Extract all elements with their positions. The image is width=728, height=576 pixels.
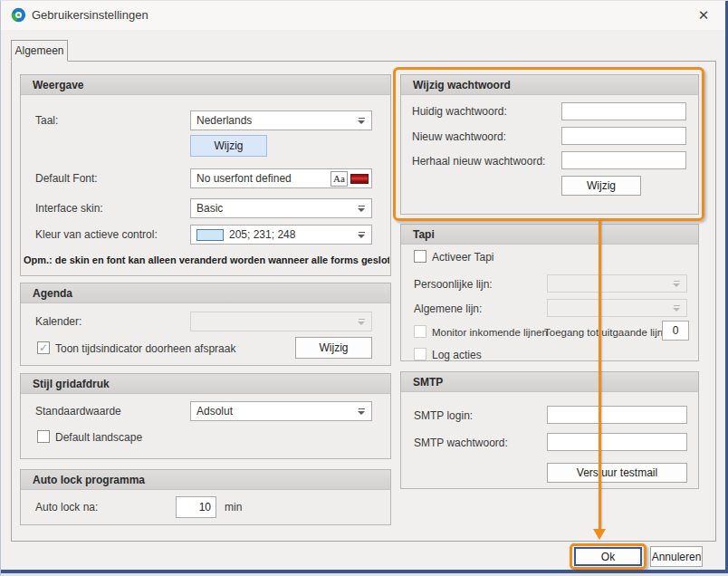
section-title: Wijzig wachtwoord: [413, 79, 511, 91]
chevron-down-icon: [673, 304, 681, 312]
verstuur-testmail-button[interactable]: Verstuur testmail: [547, 463, 687, 483]
smtp-wachtwoord-input[interactable]: [547, 433, 687, 451]
skin-font-note: Opm.: de skin en font kan alleen verande…: [24, 254, 389, 265]
section-title: SMTP: [413, 376, 443, 389]
section-title: Auto lock programma: [33, 474, 145, 486]
standaardwaarde-value: Adsolut: [196, 405, 233, 418]
taal-wijzig-button[interactable]: Wijzig: [190, 135, 267, 157]
standaardwaarde-label: Standaardwaarde: [35, 404, 121, 418]
algemene-lijn-label: Algemene lijn:: [414, 302, 482, 316]
smtp-section: SMTP SMTP login: SMTP wachtwoord: Verstu…: [400, 371, 699, 489]
button-label: Wijzig: [215, 139, 244, 152]
agenda-header: Agenda: [21, 283, 390, 303]
persoonlijke-lijn-dropdown: [547, 274, 687, 293]
standaardwaarde-dropdown[interactable]: Adsolut: [190, 401, 372, 421]
activeer-tapi-label: Activeer Tapi: [432, 250, 493, 264]
button-label: Ok: [601, 551, 615, 563]
gebruikersinstellingen-dialog: Gebruikersinstellingen ✕ Algemeen Weerga…: [0, 0, 728, 576]
persoonlijke-lijn-label: Persoonlijke lijn:: [414, 277, 493, 292]
font-picker-icon[interactable]: Aa: [330, 171, 348, 187]
button-label: Wijzig: [587, 179, 616, 192]
section-title: Stijl gridafdruk: [33, 378, 110, 390]
default-font-field[interactable]: No userfont defined Aa: [190, 168, 372, 188]
kalender-dropdown: [190, 312, 372, 331]
default-font-value: No userfont defined: [196, 172, 330, 185]
agenda-section: Agenda Kalender: Toon tijdsindicator doo…: [20, 283, 391, 366]
section-title: Tapi: [413, 228, 435, 241]
ok-button[interactable]: Ok: [574, 547, 642, 566]
active-control-color-swatch: [196, 229, 224, 241]
wachtwoord-header: Wijzig wachtwoord: [401, 75, 698, 95]
agenda-wijzig-button[interactable]: Wijzig: [295, 337, 372, 359]
chevron-down-icon: [358, 205, 366, 212]
interface-skin-label: Interface skin:: [35, 201, 103, 216]
app-logo-icon: [11, 7, 26, 23]
default-landscape-checkbox[interactable]: [37, 430, 50, 443]
kleur-dropdown[interactable]: 205; 231; 248: [190, 225, 372, 245]
button-label: Annuleren: [652, 551, 702, 563]
log-acties-checkbox[interactable]: [414, 348, 426, 360]
auto-lock-input[interactable]: [176, 496, 216, 518]
annuleren-button[interactable]: Annuleren: [650, 546, 703, 567]
weergave-header: Weergave: [21, 75, 390, 95]
button-label: Wijzig: [320, 341, 349, 354]
huidig-wachtwoord-input[interactable]: [561, 102, 686, 120]
log-acties-label: Log acties: [432, 348, 482, 362]
nieuw-wachtwoord-input[interactable]: [561, 127, 686, 145]
auto-lock-section: Auto lock programma Auto lock na: min: [20, 469, 391, 525]
monitor-lijnen-checkbox[interactable]: [414, 325, 426, 338]
smtp-header: SMTP: [401, 372, 698, 392]
algemene-lijn-dropdown: [547, 299, 687, 317]
kleur-label: Kleur van actieve control:: [35, 227, 158, 242]
taal-value: Nederlands: [196, 114, 252, 127]
title-bar: Gebruikersinstellingen ✕: [1, 1, 728, 30]
monitor-lijnen-label: Monitor inkomende lijnen: [432, 325, 548, 340]
tab-label: Algemeen: [14, 44, 63, 57]
chevron-down-icon: [358, 318, 366, 325]
huidig-wachtwoord-label: Huidig wachtwoord:: [412, 104, 507, 119]
section-title: Agenda: [33, 287, 72, 300]
herhaal-wachtwoord-input[interactable]: [561, 151, 686, 169]
close-icon[interactable]: ✕: [693, 5, 714, 25]
toegang-input[interactable]: [662, 321, 689, 341]
smtp-login-label: SMTP login:: [414, 408, 473, 423]
smtp-wachtwoord-label: SMTP wachtwoord:: [414, 436, 508, 450]
weergave-section: Weergave Taal: Nederlands Wijzig Default…: [20, 74, 391, 276]
wijzig-wachtwoord-section: Wijzig wachtwoord Huidig wachtwoord: Nie…: [400, 74, 699, 215]
toegang-label: Toegang tot uitgaande lijn: [544, 325, 663, 340]
smtp-login-input[interactable]: [547, 406, 687, 424]
taal-dropdown[interactable]: Nederlands: [190, 110, 372, 130]
interface-skin-dropdown[interactable]: Basic: [190, 198, 372, 218]
chevron-down-icon: [358, 408, 366, 415]
auto-lock-unit: min: [225, 500, 242, 514]
nieuw-wachtwoord-label: Nieuw wachtwoord:: [412, 130, 506, 144]
window-title: Gebruikersinstellingen: [32, 8, 148, 22]
chevron-down-icon: [358, 117, 366, 124]
font-color-icon[interactable]: [350, 174, 369, 184]
activeer-tapi-checkbox[interactable]: [414, 250, 426, 263]
kalender-label: Kalender:: [35, 314, 81, 329]
auto-lock-header: Auto lock programma: [21, 470, 390, 490]
taal-label: Taal:: [35, 113, 58, 128]
stijl-header: Stijl gridafdruk: [21, 374, 390, 394]
wachtwoord-wijzig-button[interactable]: Wijzig: [561, 176, 641, 196]
default-landscape-label: Default landscape: [55, 430, 142, 445]
tab-pane: Weergave Taal: Nederlands Wijzig Default…: [11, 61, 716, 542]
default-font-label: Default Font:: [35, 171, 98, 186]
chevron-down-icon: [358, 231, 366, 238]
stijl-gridafdruk-section: Stijl gridafdruk Standaardwaarde Adsolut…: [20, 373, 391, 459]
tapi-header: Tapi: [401, 225, 698, 245]
tab-algemeen[interactable]: Algemeen: [11, 40, 68, 62]
toon-tijdsindicator-checkbox[interactable]: [37, 341, 50, 354]
chevron-down-icon: [673, 280, 681, 287]
kleur-value: 205; 231; 248: [229, 228, 295, 241]
highlight-arrow-line: [599, 221, 601, 529]
highlight-arrow-head: [593, 529, 606, 540]
section-title: Weergave: [33, 79, 83, 91]
toon-tijdsindicator-label: Toon tijdsindicator doorheen afspraak: [55, 341, 235, 356]
herhaal-wachtwoord-label: Herhaal nieuw wachtwoord:: [412, 154, 545, 168]
auto-lock-label: Auto lock na:: [35, 500, 98, 514]
interface-skin-value: Basic: [196, 202, 223, 215]
tapi-section: Tapi Activeer Tapi Persoonlijke lijn: Al…: [400, 224, 699, 361]
button-label: Verstuur testmail: [577, 466, 657, 479]
